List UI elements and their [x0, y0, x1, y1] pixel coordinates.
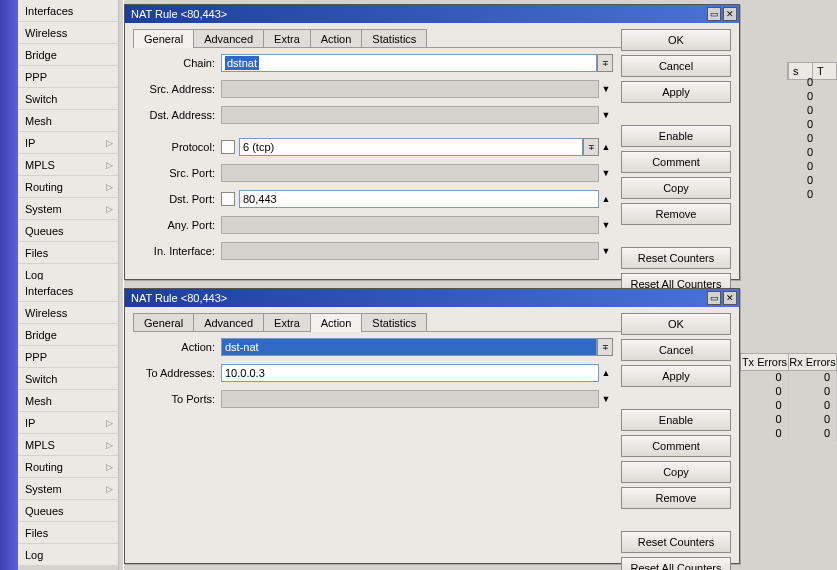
sidebar-item-system[interactable]: System▷ — [18, 478, 118, 500]
copy-button[interactable]: Copy — [621, 177, 731, 199]
remove-button[interactable]: Remove — [621, 487, 731, 509]
titlebar[interactable]: NAT Rule <80,443> ▭ ✕ — [125, 5, 739, 23]
submenu-arrow-icon: ▷ — [106, 160, 113, 170]
in-interface-input[interactable] — [221, 242, 599, 260]
sidebar-item-queues[interactable]: Queues — [18, 500, 118, 522]
sidebar-item-switch[interactable]: Switch — [18, 368, 118, 390]
button-column: OK Cancel Apply Enable Comment Copy Remo… — [621, 313, 731, 570]
expand-down-icon[interactable]: ▼ — [599, 242, 613, 260]
reset-counters-button[interactable]: Reset Counters — [621, 531, 731, 553]
submenu-arrow-icon: ▷ — [106, 440, 113, 450]
sidebar-item-log[interactable]: Log — [18, 544, 118, 566]
enable-button[interactable]: Enable — [621, 409, 731, 431]
sidebar-item-ip[interactable]: IP▷ — [18, 412, 118, 434]
sidebar-item-mesh[interactable]: Mesh — [18, 110, 118, 132]
to-ports-input[interactable] — [221, 390, 599, 408]
tab-action[interactable]: Action — [310, 313, 363, 332]
collapse-up-icon[interactable]: ▲ — [599, 364, 613, 382]
submenu-arrow-icon: ▷ — [106, 138, 113, 148]
comment-button[interactable]: Comment — [621, 151, 731, 173]
expand-down-icon[interactable]: ▼ — [599, 390, 613, 408]
sidebar-item-routing[interactable]: Routing▷ — [18, 456, 118, 478]
protocol-dropdown-button[interactable]: ∓ — [583, 138, 599, 156]
tab-general[interactable]: General — [133, 29, 194, 48]
sidebar-item-interfaces[interactable]: Interfaces — [18, 280, 118, 302]
src-address-input[interactable] — [221, 80, 599, 98]
apply-button[interactable]: Apply — [621, 365, 731, 387]
apply-button[interactable]: Apply — [621, 81, 731, 103]
sidebar-item-mpls[interactable]: MPLS▷ — [18, 434, 118, 456]
dst-port-label: Dst. Port: — [133, 193, 221, 205]
cancel-button[interactable]: Cancel — [621, 339, 731, 361]
bg-values-top: 0 0 0 0 0 0 0 0 0 — [801, 76, 837, 202]
sidebar-item-interfaces[interactable]: Interfaces — [18, 0, 118, 22]
any-port-input[interactable] — [221, 216, 599, 234]
reset-counters-button[interactable]: Reset Counters — [621, 247, 731, 269]
close-button[interactable]: ✕ — [723, 291, 737, 305]
dst-address-label: Dst. Address: — [133, 109, 221, 121]
collapse-up-icon[interactable]: ▲ — [599, 138, 613, 156]
sidebar-item-switch[interactable]: Switch — [18, 88, 118, 110]
submenu-arrow-icon: ▷ — [106, 182, 113, 192]
submenu-arrow-icon: ▷ — [106, 204, 113, 214]
submenu-arrow-icon: ▷ — [106, 484, 113, 494]
submenu-arrow-icon: ▷ — [106, 462, 113, 472]
sidebar-item-ppp[interactable]: PPP — [18, 346, 118, 368]
sidebar-item-wireless[interactable]: Wireless — [18, 22, 118, 44]
expand-down-icon[interactable]: ▼ — [599, 80, 613, 98]
sidebar-item-mesh[interactable]: Mesh — [18, 390, 118, 412]
dst-port-invert-checkbox[interactable] — [221, 192, 235, 206]
remove-button[interactable]: Remove — [621, 203, 731, 225]
sidebar-item-ip[interactable]: IP▷ — [18, 132, 118, 154]
action-input[interactable]: dst-nat — [221, 338, 597, 356]
collapse-up-icon[interactable]: ▲ — [599, 190, 613, 208]
expand-down-icon[interactable]: ▼ — [599, 216, 613, 234]
bg-header-bottom: Tx ErrorsRx Errors — [740, 353, 837, 371]
cancel-button[interactable]: Cancel — [621, 55, 731, 77]
nat-rule-dialog-general: NAT Rule <80,443> ▭ ✕ General Advanced E… — [124, 4, 740, 280]
button-column: OK Cancel Apply Enable Comment Copy Remo… — [621, 29, 731, 295]
to-addresses-input[interactable]: 10.0.0.3 — [221, 364, 599, 382]
action-dropdown-button[interactable]: ∓ — [597, 338, 613, 356]
blue-stripe — [0, 0, 18, 570]
dialog-title: NAT Rule <80,443> — [131, 8, 227, 20]
sidebar-item-files[interactable]: Files — [18, 242, 118, 264]
sidebar-item-bridge[interactable]: Bridge — [18, 324, 118, 346]
sidebar-item-files[interactable]: Files — [18, 522, 118, 544]
enable-button[interactable]: Enable — [621, 125, 731, 147]
src-address-label: Src. Address: — [133, 83, 221, 95]
to-ports-label: To Ports: — [133, 393, 221, 405]
dst-address-input[interactable] — [221, 106, 599, 124]
expand-down-icon[interactable]: ▼ — [599, 164, 613, 182]
expand-down-icon[interactable]: ▼ — [599, 106, 613, 124]
close-button[interactable]: ✕ — [723, 7, 737, 21]
dst-port-input[interactable]: 80,443 — [239, 190, 599, 208]
sidebar-item-ppp[interactable]: PPP — [18, 66, 118, 88]
chain-dropdown-button[interactable]: ∓ — [597, 54, 613, 72]
reset-all-counters-button[interactable]: Reset All Counters — [621, 557, 731, 570]
src-port-label: Src. Port: — [133, 167, 221, 179]
action-label: Action: — [133, 341, 221, 353]
copy-button[interactable]: Copy — [621, 461, 731, 483]
comment-button[interactable]: Comment — [621, 435, 731, 457]
chain-input[interactable]: dstnat — [221, 54, 597, 72]
chain-label: Chain: — [133, 57, 221, 69]
ok-button[interactable]: OK — [621, 29, 731, 51]
sidebar-item-wireless[interactable]: Wireless — [18, 302, 118, 324]
sidebar-item-routing[interactable]: Routing▷ — [18, 176, 118, 198]
minimize-button[interactable]: ▭ — [707, 7, 721, 21]
sidebar-item-mpls[interactable]: MPLS▷ — [18, 154, 118, 176]
titlebar[interactable]: NAT Rule <80,443> ▭ ✕ — [125, 289, 739, 307]
protocol-invert-checkbox[interactable] — [221, 140, 235, 154]
to-addresses-label: To Addresses: — [133, 367, 221, 379]
ok-button[interactable]: OK — [621, 313, 731, 335]
sidebar-item-bridge[interactable]: Bridge — [18, 44, 118, 66]
sidebar-item-system[interactable]: System▷ — [18, 198, 118, 220]
protocol-input[interactable]: 6 (tcp) — [239, 138, 583, 156]
bg-values-bottom: 00 00 00 00 00 — [740, 371, 837, 441]
src-port-input[interactable] — [221, 164, 599, 182]
sidebar-item-queues[interactable]: Queues — [18, 220, 118, 242]
sidebar-top: Interfaces Wireless Bridge PPP Switch Me… — [18, 0, 118, 286]
dialog-title: NAT Rule <80,443> — [131, 292, 227, 304]
minimize-button[interactable]: ▭ — [707, 291, 721, 305]
